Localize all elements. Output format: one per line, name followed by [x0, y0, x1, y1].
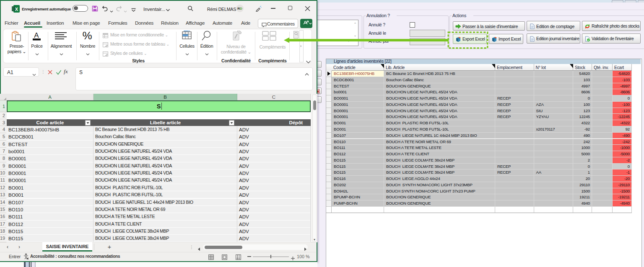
svg-text:X: X — [15, 7, 18, 12]
svg-text:A: A — [34, 31, 39, 39]
